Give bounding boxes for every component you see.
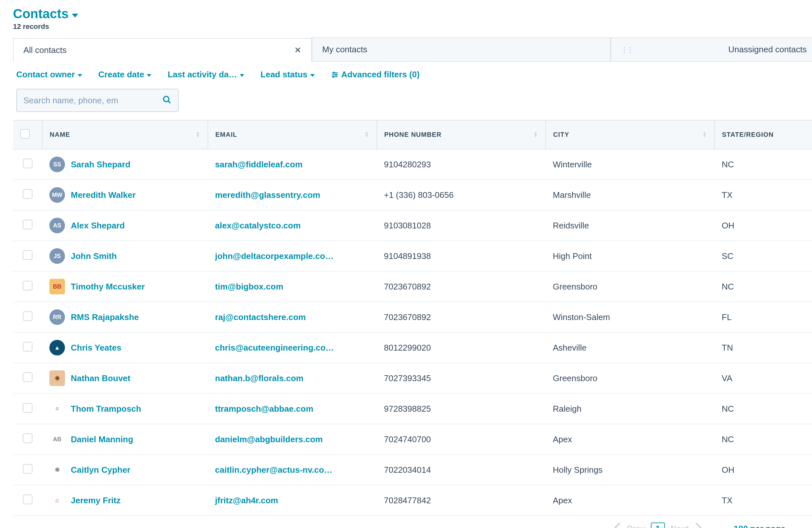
tab-label: My contacts xyxy=(322,44,367,55)
contact-email-link[interactable]: nathan.b@florals.com xyxy=(215,373,303,383)
avatar: ✱ xyxy=(49,462,65,477)
filter-label: Advanced filters (0) xyxy=(342,70,420,80)
contact-phone: 7023670892 xyxy=(377,302,546,332)
filter-label: Lead status xyxy=(261,70,308,80)
column-header-email[interactable]: EMAIL ▲▼ xyxy=(208,120,377,149)
column-label: PHONE NUMBER xyxy=(384,131,441,138)
contact-email-link[interactable]: caitlin.cypher@actus-nv.co… xyxy=(215,465,333,475)
column-header-name[interactable]: NAME ▲▼ xyxy=(42,120,208,149)
contact-state: TX xyxy=(714,180,812,210)
chevron-down-icon xyxy=(147,70,151,80)
row-checkbox[interactable] xyxy=(23,311,32,321)
contact-phone: 7023670892 xyxy=(377,271,546,302)
row-checkbox[interactable] xyxy=(23,495,32,504)
view-tab[interactable]: ⋮⋮Unassigned contacts xyxy=(611,37,812,61)
contact-phone: 7028477842 xyxy=(377,485,546,516)
chevron-down-icon xyxy=(240,70,244,80)
contact-email-link[interactable]: meredith@glassentry.com xyxy=(215,190,320,200)
contact-name-link[interactable]: John Smith xyxy=(71,251,117,261)
contact-email-link[interactable]: alex@catalystco.com xyxy=(215,220,301,231)
contact-phone: 7024740700 xyxy=(377,424,546,455)
select-all-checkbox[interactable] xyxy=(20,129,30,139)
table-row: ABDaniel Manningdanielm@abgbuilders.com7… xyxy=(13,424,812,455)
contact-email-link[interactable]: danielm@abgbuilders.com xyxy=(215,434,323,444)
chevron-right-icon[interactable] xyxy=(695,523,701,528)
table-row: RRRMS Rajapaksheraj@contactshere.com7023… xyxy=(13,302,812,332)
contact-name-link[interactable]: Alex Shepard xyxy=(71,220,125,231)
per-page-dropdown[interactable]: 100 per page xyxy=(734,524,793,528)
sort-icon: ▲▼ xyxy=(533,131,538,138)
close-icon[interactable]: ✕ xyxy=(294,45,301,55)
contact-city: Winterville xyxy=(546,149,714,180)
avatar: BB xyxy=(49,279,65,295)
contact-name-link[interactable]: RMS Rajapakshe xyxy=(71,312,139,322)
row-checkbox[interactable] xyxy=(23,159,32,168)
avatar: ⌂ xyxy=(49,493,65,508)
contact-state: VA xyxy=(714,363,812,394)
contact-city: Winston-Salem xyxy=(546,302,714,332)
contact-phone: 9104891938 xyxy=(377,241,546,271)
prev-button[interactable]: Prev xyxy=(627,524,645,528)
contact-name-link[interactable]: Chris Yeates xyxy=(71,343,121,353)
row-checkbox[interactable] xyxy=(23,372,32,382)
page-title-dropdown[interactable]: Contacts xyxy=(13,6,812,21)
contact-email-link[interactable]: jfritz@ah4r.com xyxy=(215,496,278,505)
row-checkbox[interactable] xyxy=(23,433,32,443)
contact-name-link[interactable]: Nathan Bouvet xyxy=(71,373,130,383)
contact-state: TN xyxy=(714,332,812,363)
contact-email-link[interactable]: raj@contactshere.com xyxy=(215,312,306,322)
row-checkbox[interactable] xyxy=(23,342,32,352)
filter-create-date[interactable]: Create date xyxy=(98,70,152,80)
table-row: MWMeredith Walkermeredith@glassentry.com… xyxy=(13,180,812,210)
column-header-city[interactable]: CITY ▲▼ xyxy=(546,120,714,149)
contact-name-link[interactable]: Thom Tramposch xyxy=(71,404,141,414)
row-checkbox[interactable] xyxy=(23,220,32,229)
drag-handle-icon[interactable]: ⋮⋮ xyxy=(621,46,633,54)
contact-city: Holly Springs xyxy=(546,455,714,485)
contact-email-link[interactable]: john@deltacorpexample.co… xyxy=(215,251,334,261)
column-header-phone[interactable]: PHONE NUMBER ▲▼ xyxy=(377,120,546,149)
table-row: ✱Caitlyn Cyphercaitlin.cypher@actus-nv.c… xyxy=(13,455,812,485)
avatar: SS xyxy=(49,157,65,172)
sort-icon: ▲▼ xyxy=(702,131,707,138)
contact-name-link[interactable]: Meredith Walker xyxy=(71,190,136,200)
contact-phone: 8012299020 xyxy=(377,332,546,363)
advanced-filters-button[interactable]: Advanced filters (0) xyxy=(331,70,420,80)
view-tab[interactable]: All contacts✕ xyxy=(13,38,312,62)
row-checkbox[interactable] xyxy=(23,403,32,413)
contact-name-link[interactable]: Caitlyn Cypher xyxy=(71,465,131,475)
page-number[interactable]: 1 xyxy=(651,523,665,528)
column-header-state[interactable]: STATE/REGION xyxy=(714,120,812,149)
contact-city: High Point xyxy=(546,241,714,271)
avatar: MW xyxy=(49,187,65,203)
avatar: AB xyxy=(49,431,65,447)
row-checkbox[interactable] xyxy=(23,281,32,290)
filters-row: Contact owner Create date Last activity … xyxy=(13,62,812,87)
contact-email-link[interactable]: chris@acuteengineering.co… xyxy=(215,343,334,353)
search-icon xyxy=(162,95,172,105)
contact-email-link[interactable]: tim@bigbox.com xyxy=(215,282,283,292)
view-tab[interactable]: My contacts xyxy=(312,37,611,61)
filter-last-activity[interactable]: Last activity da… xyxy=(168,70,244,80)
contact-name-link[interactable]: Timothy Mccusker xyxy=(71,282,145,292)
column-label: EMAIL xyxy=(215,131,237,138)
chevron-left-icon[interactable] xyxy=(614,523,621,528)
avatar: JS xyxy=(49,248,65,264)
per-page-label: 100 per page xyxy=(734,524,785,528)
next-button[interactable]: Next xyxy=(671,524,689,528)
row-checkbox[interactable] xyxy=(23,189,32,199)
filter-lead-status[interactable]: Lead status xyxy=(261,70,315,80)
contact-email-link[interactable]: ttramposch@abbae.com xyxy=(215,404,314,414)
contact-name-link[interactable]: Jeremy Fritz xyxy=(71,496,120,505)
contact-name-link[interactable]: Daniel Manning xyxy=(71,434,133,444)
row-checkbox[interactable] xyxy=(23,250,32,260)
filter-contact-owner[interactable]: Contact owner xyxy=(16,70,82,80)
search-box[interactable] xyxy=(16,89,179,112)
contact-email-link[interactable]: sarah@fiddleleaf.com xyxy=(215,159,303,170)
row-checkbox[interactable] xyxy=(23,464,32,474)
contact-name-link[interactable]: Sarah Shepard xyxy=(71,159,131,170)
search-input[interactable] xyxy=(24,96,162,105)
contact-city: Greensboro xyxy=(546,363,714,394)
contacts-table: NAME ▲▼ EMAIL ▲▼ PHONE NUMBER ▲▼ CITY ▲▼… xyxy=(13,120,812,516)
chevron-down-icon xyxy=(788,524,793,528)
